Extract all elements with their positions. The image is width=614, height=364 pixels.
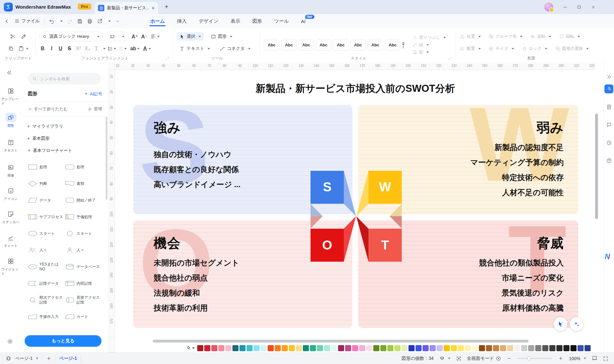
fullscreen-mode-button[interactable]: 全画面モード — [467, 356, 501, 361]
color-swatch-#F5C400[interactable] — [444, 345, 450, 351]
undo-icon[interactable] — [49, 19, 54, 24]
swot-item[interactable]: 新製品の認知度不足 — [358, 140, 564, 155]
shape-item-予備処理[interactable]: 予備処理 — [65, 209, 102, 225]
color-swatch-#69D3B4[interactable] — [317, 345, 323, 351]
document-tab[interactable]: 新製品・新サービス... ✕ — [95, 2, 158, 14]
swot-item[interactable]: 原材料価格の高騰 — [358, 300, 564, 315]
color-swatch-#5D8B1F[interactable] — [373, 345, 379, 351]
shape-item-人々[interactable]: 人々 — [65, 242, 102, 258]
shape-item-データベース[interactable]: データベース — [65, 258, 102, 275]
color-swatch-#27408B[interactable] — [585, 345, 591, 351]
replace-shape-button[interactable]: 図形の置換 — [555, 46, 589, 51]
color-swatch-#7AA62F[interactable] — [380, 345, 386, 351]
edraw-ai-logo[interactable]: N — [605, 252, 610, 261]
color-swatch-#D02036[interactable] — [204, 345, 210, 351]
select-tool[interactable]: 選択 — [177, 32, 204, 41]
fill-button[interactable]: 塗りつぶし — [412, 34, 446, 41]
color-swatch-#90E2EE[interactable] — [254, 345, 260, 351]
style-preset-6[interactable]: Abc — [350, 39, 366, 51]
color-swatch-#A8622A[interactable] — [486, 345, 492, 351]
font-family-select[interactable]: 源真ゴシック Heavy — [39, 32, 103, 41]
zoom-slider-knob[interactable] — [527, 356, 531, 360]
color-swatch-#FBDAED[interactable] — [366, 345, 372, 351]
increase-font-button[interactable]: A⁺ — [131, 34, 138, 40]
font-expander-icon[interactable] — [166, 57, 169, 60]
style-expander-icon[interactable] — [448, 57, 452, 60]
style-preset-4[interactable]: Abc — [316, 39, 331, 51]
horizontal-scrollbar[interactable] — [153, 340, 529, 343]
shape-group-基本フローチャート[interactable]: 基本フローチャート — [28, 145, 104, 157]
color-swatch-#FFD92B[interactable] — [451, 345, 457, 351]
align-text-icon[interactable] — [150, 34, 156, 39]
style-preset-5[interactable]: Abc — [333, 39, 349, 51]
shape-item-直接アクセス記憶[interactable]: 直接アクセス記憶 — [65, 292, 102, 308]
print-icon[interactable] — [87, 19, 93, 24]
color-swatch-#7E7E7E[interactable] — [535, 345, 541, 351]
shadow-button[interactable]: 影 — [412, 49, 446, 56]
shape-item-スタート[interactable]: スタート — [65, 225, 102, 242]
color-swatch-#AAEBD7[interactable] — [324, 345, 330, 351]
color-swatch-#2096AB[interactable] — [239, 345, 246, 351]
shape-item-スタート[interactable]: スタート — [28, 225, 65, 242]
color-swatch-#41BED4[interactable] — [246, 345, 253, 351]
color-swatch-#E5F1B6[interactable] — [401, 345, 408, 351]
page-selector[interactable]: ページ-1 — [15, 356, 38, 361]
color-swatch-#3A3A3A[interactable] — [549, 345, 555, 351]
bullet-list-icon[interactable] — [118, 46, 124, 51]
strikethrough-button[interactable]: S — [66, 46, 73, 51]
shape-item-人々[interactable]: 人々 — [28, 242, 65, 258]
color-swatch-#EF7CB8[interactable] — [352, 345, 358, 351]
color-swatch-#FFC32B[interactable] — [289, 345, 295, 351]
shape-item-処理[interactable]: 処理 — [65, 159, 102, 175]
toolbar-more-icon[interactable] — [115, 19, 120, 24]
color-swatch-#111111[interactable] — [570, 345, 577, 351]
close-button[interactable] — [589, 3, 597, 11]
char-spacing-button[interactable]: ab — [129, 46, 138, 51]
color-swatch-#A5A5A5[interactable] — [528, 345, 534, 351]
zoom-level-select[interactable]: 100% — [569, 356, 586, 361]
back-icon[interactable] — [4, 19, 10, 24]
layers-button[interactable] — [440, 356, 450, 361]
style-preset-7[interactable]: Abc — [368, 39, 383, 51]
color-swatch-#2E2E2E[interactable] — [556, 345, 562, 351]
shape-item-内部記憶[interactable]: 内部記憶 — [65, 275, 102, 292]
shape-item-順次アクセス記憶[interactable]: 順次アクセス記憶 — [28, 292, 65, 308]
color-swatch-#E2AC74[interactable] — [500, 345, 506, 351]
color-swatch-#2BAF8E[interactable] — [310, 345, 316, 351]
shape-item-処理[interactable]: 処理 — [28, 159, 65, 175]
swot-item[interactable]: 競合他社の弱点 — [154, 270, 352, 285]
color-swatch-#2334C9[interactable] — [408, 345, 415, 351]
italic-button[interactable]: I — [48, 46, 55, 51]
symbol-search[interactable] — [28, 73, 101, 84]
rotate-button[interactable]: 回転 — [559, 34, 580, 39]
sidebar-item-画像[interactable]: 画像 — [1, 162, 20, 178]
group-button[interactable]: グループ化 — [489, 34, 522, 39]
color-swatch-#108E74[interactable] — [303, 345, 309, 351]
symbol-search-input[interactable] — [39, 76, 92, 82]
cut-icon[interactable] — [10, 34, 16, 39]
shape-item-データ[interactable]: データ — [28, 192, 65, 209]
more-shapes-button[interactable]: もっと見る — [25, 335, 101, 347]
color-swatch-#CFCFCF[interactable] — [521, 345, 527, 351]
menu-tab-挿入[interactable]: 挿入 — [176, 15, 187, 28]
decrease-font-button[interactable]: A⁻ — [141, 34, 148, 40]
style-preset-3[interactable]: Abc — [298, 39, 314, 51]
file-menu[interactable]: ファイル — [14, 18, 40, 24]
color-swatch-#CBC0FA[interactable] — [437, 345, 443, 351]
color-swatch-#DFF7F0[interactable] — [331, 345, 337, 351]
subscript-button[interactable]: X₂ — [84, 46, 91, 51]
color-swatch-#8A4B16[interactable] — [479, 345, 485, 351]
menu-tab-デザイン[interactable]: デザイン — [198, 15, 219, 28]
shape-item-記憶データ[interactable]: 記憶データ — [28, 275, 65, 292]
diagram-title[interactable]: 新製品・新サービス市場投入前のSWOT分析 — [163, 82, 547, 95]
shape-group-基本図形[interactable]: 基本図形 — [28, 132, 104, 145]
style-panel-icon[interactable] — [604, 84, 613, 93]
sidebar-item-ウィジェット[interactable]: ウィジェット — [1, 256, 20, 276]
color-swatch-#FFDC8A[interactable] — [296, 345, 302, 351]
avatar[interactable] — [544, 3, 553, 12]
line-spacing-icon[interactable] — [108, 46, 113, 51]
connector-tool[interactable]: コネクタ — [217, 44, 253, 53]
color-swatch-#C5E172[interactable] — [394, 345, 400, 351]
help-panel-icon[interactable] — [604, 156, 613, 165]
expand-right-panel-icon[interactable] — [604, 72, 613, 81]
